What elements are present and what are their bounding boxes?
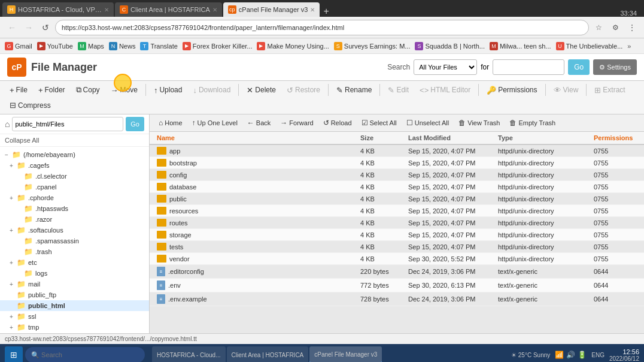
col-header-name[interactable]: Name	[154, 134, 358, 141]
taskbar-item-2[interactable]: Client Area | HOSTAFRICA	[227, 346, 309, 362]
new-folder-label: Folder	[45, 86, 65, 94]
new-tab-button[interactable]: +	[323, 6, 329, 17]
table-row[interactable]: tests 4 KB Sep 15, 2020, 4:07 PM httpd/u…	[150, 241, 644, 253]
copy-button[interactable]: ⧉ Copy	[71, 83, 105, 96]
close-tab-2[interactable]: ✕	[212, 7, 217, 13]
tree-item-public-html[interactable]: 📁 public_html	[0, 300, 149, 311]
empty-trash-button[interactable]: 🗑 Empty Trash	[505, 117, 560, 129]
bookmark-maps[interactable]: M Maps	[78, 42, 104, 50]
tree-item-clselector[interactable]: 📁 .cl.selector	[0, 171, 149, 182]
select-all-button[interactable]: ☑ Select All	[357, 117, 401, 129]
tree-item-etc[interactable]: + 📁 etc	[0, 257, 149, 268]
download-button[interactable]: ↓ Download	[188, 84, 235, 96]
new-folder-button[interactable]: + Folder	[34, 84, 70, 96]
html-editor-button[interactable]: <> HTML Editor	[415, 84, 475, 96]
extract-button[interactable]: ⊞ Extract	[590, 84, 630, 96]
edit-button[interactable]: ✎ Edit	[383, 84, 414, 96]
move-button[interactable]: → Move	[106, 84, 142, 96]
bookmark-forex[interactable]: ▶ Forex Broker Killer...	[183, 42, 253, 50]
table-row[interactable]: ≡ .env.example 728 bytes Dec 24, 2019, 3…	[150, 292, 644, 306]
col-header-modified[interactable]: Last Modified	[406, 134, 496, 141]
table-row[interactable]: vendor 4 KB Sep 30, 2020, 5:52 PM httpd/…	[150, 253, 644, 265]
forward-nav-button[interactable]: → Forward	[276, 117, 317, 129]
tree-item-var[interactable]: + 📁 var	[0, 333, 149, 333]
table-row[interactable]: routes 4 KB Sep 15, 2020, 4:07 PM httpd/…	[150, 217, 644, 229]
tree-item-razor[interactable]: 📁 .razor	[0, 214, 149, 225]
tree-item-htpasswds[interactable]: 📁 .htpasswds	[0, 203, 149, 214]
permissions-button[interactable]: 🔑 Permissions	[482, 84, 542, 96]
bookmark-gmail[interactable]: G Gmail	[5, 42, 32, 50]
sidebar-go-button[interactable]: Go	[126, 117, 144, 131]
taskbar-item-3[interactable]: cPanel File Manager v3	[309, 346, 382, 362]
search-go-button[interactable]: Go	[568, 59, 590, 75]
tab-hostafrica[interactable]: H HOSTAFRICA - Cloud, VPS, Hos... ✕	[2, 2, 114, 17]
tree-item-mail[interactable]: + 📁 mail	[0, 279, 149, 289]
bookmark-mil[interactable]: M Milwa... teen sh...	[490, 42, 551, 50]
sidebar-path-input[interactable]	[12, 117, 123, 131]
tree-item-tmp[interactable]: + 📁 tmp	[0, 322, 149, 333]
table-row[interactable]: ≡ .env 772 bytes Sep 30, 2020, 6:13 PM t…	[150, 279, 644, 292]
unselect-all-button[interactable]: ☐ Unselect All	[402, 117, 453, 129]
taskbar-item-1[interactable]: HOSTAFRICA - Cloud...	[152, 346, 226, 362]
close-tab-1[interactable]: ✕	[104, 7, 109, 13]
search-input[interactable]	[493, 59, 564, 75]
new-file-button[interactable]: + File	[5, 84, 32, 96]
bookmark-squadda[interactable]: S Squadda B | North...	[415, 42, 484, 50]
tab-client-area[interactable]: C Client Area | HOSTAFRICA ✕	[115, 2, 222, 17]
tree-item-softaculous[interactable]: + 📁 .softaculous	[0, 225, 149, 236]
settings-button[interactable]: ⚙ Settings	[593, 59, 637, 75]
close-tab-3[interactable]: ✕	[310, 7, 315, 13]
bookmark-news[interactable]: N News	[109, 42, 136, 50]
table-row[interactable]: storage 4 KB Sep 15, 2020, 4:07 PM httpd…	[150, 229, 644, 241]
compress-button[interactable]: ⊟ Compress	[5, 99, 56, 111]
col-header-permissions[interactable]: Permissions	[591, 134, 639, 141]
tree-item-spamassassin[interactable]: 📁 .spamassassin	[0, 236, 149, 246]
extensions-btn[interactable]: ⚙	[608, 20, 622, 35]
col-header-type[interactable]: Type	[496, 134, 591, 141]
tree-item-logs[interactable]: 📁 logs	[0, 268, 149, 279]
tree-item-cpanel[interactable]: 📁 .cpanel	[0, 182, 149, 192]
bookmark-surveys[interactable]: S Surveys Earnings: M...	[334, 42, 411, 50]
table-row[interactable]: app 4 KB Sep 15, 2020, 4:07 PM httpd/uni…	[150, 145, 644, 157]
table-row[interactable]: public 4 KB Sep 15, 2020, 4:07 PM httpd/…	[150, 193, 644, 205]
upload-button[interactable]: ↑ Upload	[149, 84, 187, 96]
rename-button[interactable]: ✎ Rename	[332, 84, 376, 96]
up-level-button[interactable]: ↑ Up One Level	[188, 117, 242, 129]
tree-item-root[interactable]: − 📁 (/home/ebayearn)	[0, 149, 149, 160]
delete-button[interactable]: ✕ Delete	[242, 84, 281, 96]
collapse-all-button[interactable]: Collapse All	[0, 134, 149, 147]
col-header-size[interactable]: Size	[358, 134, 406, 141]
table-row[interactable]: database 4 KB Sep 15, 2020, 4:07 PM http…	[150, 181, 644, 193]
search-dropdown[interactable]: All Your Files File Name Only File Conte…	[414, 59, 477, 75]
menu-btn[interactable]: ⋮	[625, 20, 639, 35]
tree-item-trash[interactable]: 📁 .trash	[0, 246, 149, 257]
tree-item-cphorde[interactable]: + 📁 .cphorde	[0, 192, 149, 203]
table-row[interactable]: ≡ .editorconfig 220 bytes Dec 24, 2019, …	[150, 265, 644, 279]
view-trash-button[interactable]: 🗑 View Trash	[454, 117, 504, 129]
bookmark-star[interactable]: ☆	[591, 20, 606, 35]
bookmark-translate[interactable]: T Translate	[140, 42, 177, 50]
tree-item-ssl[interactable]: + 📁 ssl	[0, 311, 149, 322]
tree-item-public-ftp[interactable]: 📁 public_ftp	[0, 289, 149, 300]
forward-button[interactable]: →	[22, 20, 36, 35]
address-bar[interactable]	[55, 20, 589, 35]
view-button[interactable]: 👁 View	[549, 84, 584, 96]
table-row[interactable]: resources 4 KB Sep 15, 2020, 4:07 PM htt…	[150, 205, 644, 217]
bookmark-youtube[interactable]: ▶ YouTube	[37, 42, 73, 50]
reload-button[interactable]: ↺	[38, 20, 53, 35]
table-row[interactable]: bootstrap 4 KB Sep 15, 2020, 4:07 PM htt…	[150, 157, 644, 169]
reload-nav-button[interactable]: ↺ Reload	[319, 117, 356, 129]
back-button[interactable]: ←	[5, 20, 19, 35]
home-nav-button[interactable]: ⌂ Home	[154, 117, 187, 129]
start-button[interactable]: ⊞	[5, 346, 23, 362]
file-modified: Sep 15, 2020, 4:07 PM	[406, 207, 496, 215]
bookmark-make[interactable]: ▶ Make Money Using...	[257, 42, 329, 50]
back-nav-button[interactable]: ← Back	[243, 117, 275, 129]
tree-item-cagefs[interactable]: + 📁 .cagefs	[0, 160, 149, 171]
restore-button[interactable]: ↺ Restore	[282, 84, 325, 96]
table-row[interactable]: config 4 KB Sep 15, 2020, 4:07 PM httpd/…	[150, 169, 644, 181]
tab-file-manager[interactable]: cp cPanel File Manager v3 ✕	[223, 2, 320, 17]
taskbar-search[interactable]	[25, 347, 145, 362]
bookmark-unbeliev[interactable]: U The Unbelievable...	[556, 42, 623, 50]
bookmarks-more[interactable]: »	[627, 43, 631, 50]
